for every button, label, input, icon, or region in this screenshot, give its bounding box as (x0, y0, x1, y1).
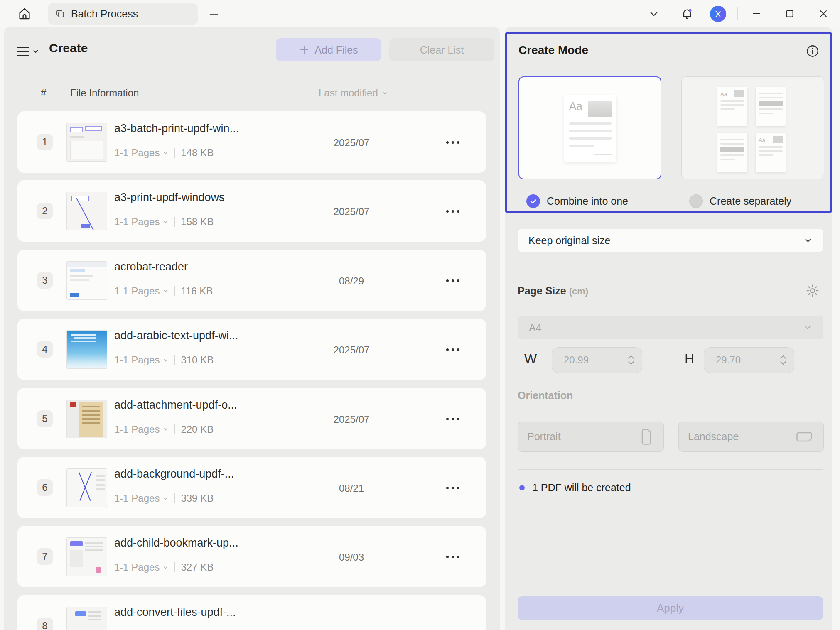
pages-dropdown[interactable]: 1-1 Pages (114, 285, 169, 297)
file-row: 7 add-child-bookmark-up... 1-1 Pages 327… (17, 526, 486, 587)
chevron-down-icon (162, 357, 169, 363)
pages-label: 1-1 Pages (114, 285, 160, 297)
file-name: add-arabic-text-updf-wi... (114, 329, 238, 342)
pages-dropdown[interactable]: 1-1 Pages (114, 424, 169, 435)
plus-icon (299, 44, 309, 55)
file-number: 5 (37, 410, 53, 427)
file-name: add-attachment-updf-o... (114, 399, 237, 412)
page-size-unit: (cm) (569, 286, 588, 297)
table-header: # File Information Last modified (4, 87, 500, 100)
portrait-button: Portrait (518, 422, 664, 452)
file-size: 310 KB (181, 354, 214, 366)
file-thumbnail (66, 192, 107, 230)
pages-dropdown[interactable]: 1-1 Pages (114, 216, 169, 228)
width-field (552, 347, 642, 373)
chevron-up-icon (780, 355, 786, 359)
clear-list-button[interactable]: Clear List (389, 38, 494, 61)
portrait-label: Portrait (527, 431, 561, 443)
pages-dropdown[interactable]: 1-1 Pages (114, 354, 169, 366)
batch-copy-icon (56, 9, 66, 19)
width-input (564, 354, 614, 366)
more-actions-button[interactable] (440, 414, 465, 424)
pages-dropdown[interactable]: 1-1 Pages (114, 561, 169, 573)
height-input (716, 354, 766, 366)
chevron-down-icon (162, 288, 169, 294)
file-name: acrobat-reader (114, 260, 188, 273)
page-size-settings-button[interactable] (805, 283, 820, 298)
more-actions-button[interactable] (440, 206, 465, 217)
landscape-label: Landscape (688, 431, 739, 443)
apply-button[interactable]: Apply (518, 596, 823, 620)
close-button[interactable] (814, 0, 833, 27)
create-mode-title: Create Mode (518, 44, 588, 57)
last-modified-date: 2025/07 (320, 414, 383, 425)
meta-divider (174, 286, 175, 296)
tab-title: Batch Process (71, 8, 138, 20)
pages-label: 1-1 Pages (114, 493, 160, 504)
page-format-value: A4 (529, 322, 542, 334)
pages-dropdown[interactable]: 1-1 Pages (114, 147, 169, 159)
file-row: 1 a3-batch-print-updf-win... 1-1 Pages 1… (17, 111, 486, 173)
file-row: 5 add-attachment-updf-o... 1-1 Pages 220… (17, 388, 486, 449)
pages-dropdown[interactable]: 1-1 Pages (114, 493, 169, 504)
radio-combine-into-one[interactable]: Combine into one (526, 194, 628, 208)
new-tab-button[interactable] (207, 7, 221, 21)
file-number: 1 (37, 134, 53, 150)
file-thumbnail (66, 607, 107, 630)
page-size-label: Page Size (cm) (518, 285, 588, 297)
column-number: # (41, 87, 46, 99)
chevron-down-icon (162, 564, 169, 571)
chevron-up-icon (628, 355, 634, 359)
sort-last-modified[interactable]: Last modified (319, 87, 388, 99)
window-menu-chevron[interactable] (645, 0, 663, 27)
width-label: W (524, 351, 537, 367)
home-button[interactable] (16, 5, 33, 22)
landscape-page-icon (796, 431, 813, 443)
mode-card-separate[interactable]: Aa Aa (681, 76, 824, 179)
maximize-button[interactable] (781, 0, 799, 27)
file-meta: 1-1 Pages 339 KB (114, 493, 214, 504)
pages-label: 1-1 Pages (114, 354, 160, 366)
notifications-button[interactable] (678, 0, 696, 27)
file-row: 3 acrobat-reader 1-1 Pages 116 KB 08/29 (17, 250, 486, 311)
more-actions-button[interactable] (440, 344, 465, 355)
minimize-button[interactable] (747, 0, 766, 27)
creation-status: 1 PDF will be created (519, 482, 631, 494)
file-thumbnail (66, 261, 107, 300)
plus-icon (208, 8, 220, 20)
more-actions-button[interactable] (440, 137, 465, 148)
landscape-button: Landscape (678, 422, 824, 452)
add-files-button[interactable]: Add Files (276, 38, 381, 61)
tab-batch-process[interactable]: Batch Process (48, 3, 198, 25)
file-size: 158 KB (181, 216, 214, 228)
more-actions-button[interactable] (440, 483, 465, 493)
chevron-down-icon (381, 90, 388, 96)
info-icon (806, 44, 820, 58)
height-field (704, 347, 794, 373)
meta-divider (174, 148, 175, 158)
more-actions-button[interactable] (440, 275, 465, 286)
file-thumbnail (66, 123, 107, 162)
file-size: 148 KB (181, 147, 214, 159)
pages-label: 1-1 Pages (114, 561, 160, 573)
section-divider (518, 265, 823, 265)
portrait-page-icon (640, 429, 653, 445)
file-number: 4 (37, 341, 53, 358)
file-number: 2 (37, 203, 53, 219)
menu-button[interactable] (17, 44, 44, 59)
last-modified-date: 08/21 (320, 483, 383, 494)
file-number: 6 (37, 479, 53, 496)
height-stepper (780, 355, 786, 365)
file-meta: 1-1 Pages 327 KB (114, 561, 214, 573)
file-meta: 1-1 Pages 116 KB (114, 285, 213, 297)
info-button[interactable] (806, 44, 820, 58)
mode-card-combine[interactable]: Aa (518, 76, 661, 179)
more-actions-button[interactable] (440, 552, 465, 562)
titlebar-divider (737, 7, 738, 20)
file-name: add-child-bookmark-up... (114, 537, 238, 549)
radio-create-separately[interactable]: Create separately (689, 194, 791, 208)
bell-icon (680, 7, 694, 20)
size-mode-select[interactable]: Keep original size (518, 229, 823, 252)
meta-divider (174, 217, 175, 227)
avatar[interactable]: X (710, 6, 726, 22)
